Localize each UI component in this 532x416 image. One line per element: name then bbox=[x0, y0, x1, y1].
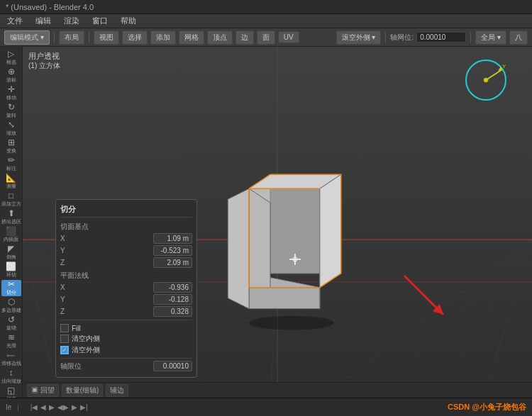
view-back-btn[interactable]: ▣ 回望 bbox=[27, 384, 59, 397]
tool-smooth-label: 光滑 bbox=[6, 342, 16, 349]
edge-btn[interactable]: 边 bbox=[235, 30, 254, 45]
view-btn[interactable]: 布局 bbox=[59, 30, 84, 45]
point-x-row: X 1.09 m bbox=[60, 233, 192, 244]
menu-bar: 文件 编辑 渲染 窗口 帮助 bbox=[0, 14, 532, 28]
tool-move-label: 移动 bbox=[6, 94, 16, 101]
normal-y-value[interactable]: -0.128 bbox=[153, 294, 192, 305]
inset-icon: ⬛ bbox=[6, 227, 16, 235]
tool-move[interactable]: ✛ 移动 bbox=[1, 85, 21, 101]
snap-input[interactable] bbox=[416, 32, 466, 43]
fill-label: Fill bbox=[72, 325, 81, 332]
mesh-btn[interactable]: 网格 bbox=[179, 30, 204, 45]
mode-select[interactable]: 编辑模式 ▾ bbox=[4, 30, 50, 45]
smooth-icon: ≋ bbox=[8, 333, 15, 342]
point-x-label: X bbox=[60, 235, 103, 242]
status-left: Ie | |◀ ◀ ▶ ◀▶ ▶ ▶| bbox=[6, 403, 88, 411]
tool-slideedge[interactable]: ⟝ 滑移边线 bbox=[1, 351, 21, 367]
svg-marker-29 bbox=[249, 288, 320, 309]
menu-file[interactable]: 文件 bbox=[3, 14, 27, 28]
normal-y-row: Y -0.128 bbox=[60, 294, 192, 305]
tool-shear[interactable]: ◱ 切变 bbox=[1, 386, 21, 398]
frame-play[interactable]: ▶ bbox=[49, 403, 55, 411]
view-mesh[interactable]: 视图 bbox=[94, 30, 119, 45]
tool-cursor[interactable]: ⊕ 游标 bbox=[1, 67, 21, 84]
clear-inner-checkbox[interactable] bbox=[60, 335, 69, 343]
tool-poly[interactable]: ⬡ 多边形建 bbox=[1, 298, 21, 314]
normal-z-label: Z bbox=[60, 308, 103, 315]
sep2 bbox=[89, 32, 89, 43]
spin-icon: ↺ bbox=[8, 315, 15, 324]
normal-y-label: Y bbox=[60, 296, 103, 303]
tool-poly-label: 多边形建 bbox=[1, 307, 21, 314]
tool-addcube-label: 添加立方 bbox=[1, 201, 21, 208]
point-x-value[interactable]: 1.09 m bbox=[153, 233, 192, 244]
tool-rotate[interactable]: ↻ 旋转 bbox=[1, 103, 21, 119]
point-y-label: Y bbox=[60, 247, 103, 254]
fill-section: Fill 清空内侧 ✓ 清空外侧 bbox=[60, 320, 192, 355]
clear-outer-row: ✓ 清空外侧 bbox=[60, 345, 192, 355]
tool-inset[interactable]: ⬛ 内插面 bbox=[1, 227, 21, 243]
tool-cursor-label: 游标 bbox=[6, 77, 16, 84]
tool-shrink-label: 法向缩放 bbox=[1, 378, 21, 385]
measure-icon: 📐 bbox=[6, 174, 16, 182]
viewport-3d[interactable]: Y 用户透视 (1) 立方体 切分 切面基点 X 1.09 m Y -0.523… bbox=[23, 47, 532, 398]
svg-point-20 bbox=[249, 316, 334, 330]
threshold-label: 轴限位 bbox=[60, 361, 103, 371]
tool-shrink[interactable]: ↕ 法向缩放 bbox=[1, 369, 21, 385]
tool-inset-label: 内插面 bbox=[4, 236, 18, 243]
tool-scale[interactable]: ⤡ 缩放 bbox=[1, 120, 21, 137]
view-eight[interactable]: 八 bbox=[509, 30, 528, 45]
clear-outer-checkbox[interactable]: ✓ bbox=[60, 346, 69, 354]
frame-play-rev[interactable]: ◀▶ bbox=[57, 403, 69, 411]
threshold-value[interactable]: 0.00010 bbox=[153, 361, 192, 371]
frame-next[interactable]: ▶ bbox=[72, 403, 77, 411]
menu-window[interactable]: 窗口 bbox=[88, 14, 112, 28]
uv-btn[interactable]: UV bbox=[278, 31, 299, 43]
add-btn[interactable]: 添加 bbox=[150, 30, 176, 45]
tool-select[interactable]: ▷ 框选 bbox=[1, 50, 21, 66]
data-axis-btn[interactable]: 数量(细轴) bbox=[62, 384, 104, 397]
cursor-icon: ⊕ bbox=[8, 67, 15, 76]
bevel-icon: ◤ bbox=[8, 244, 14, 253]
point-z-value[interactable]: 2.09 m bbox=[153, 257, 192, 268]
toolbar: 编辑模式 ▾ 布局 视图 选择 添加 网格 顶点 边 面 UV 滚空外侧 ▾ 轴… bbox=[0, 28, 532, 47]
tool-bisect-label: 切分 bbox=[6, 289, 16, 296]
tool-bevel[interactable]: ◤ 倒角 bbox=[1, 244, 21, 261]
normal-z-value[interactable]: 0.328 bbox=[153, 306, 192, 317]
normal-x-value[interactable]: -0.936 bbox=[153, 282, 192, 293]
tool-bisect[interactable]: ✂ 切分 bbox=[1, 280, 21, 296]
tool-extrude[interactable]: ⬆ 挤出选区 bbox=[1, 209, 21, 225]
menu-help[interactable]: 帮助 bbox=[116, 14, 140, 28]
point-y-value[interactable]: -0.523 m bbox=[153, 245, 192, 256]
frame-start[interactable]: |◀ bbox=[31, 403, 38, 411]
vert-btn[interactable]: 顶点 bbox=[207, 30, 233, 45]
frame-prev[interactable]: ◀ bbox=[40, 403, 46, 411]
menu-render[interactable]: 渲染 bbox=[60, 14, 84, 28]
tool-loop[interactable]: ⬜ 环切 bbox=[1, 262, 21, 279]
tool-transform[interactable]: ⊞ 变换 bbox=[1, 138, 21, 154]
tool-addcube[interactable]: □ 添加立方 bbox=[1, 191, 21, 208]
fill-checkbox[interactable] bbox=[60, 324, 69, 332]
frame-end[interactable]: ▶| bbox=[80, 403, 88, 411]
cut-point-section: 切面基点 bbox=[60, 222, 192, 232]
svg-line-37 bbox=[486, 69, 502, 80]
tool-smooth[interactable]: ≋ 光滑 bbox=[1, 333, 21, 349]
tool-annotate[interactable]: ✏ 标注 bbox=[1, 156, 21, 172]
edge-btn-vp[interactable]: 辅边 bbox=[106, 384, 128, 397]
face-btn[interactable]: 面 bbox=[257, 30, 275, 45]
rotation-gizmo[interactable]: Y bbox=[461, 55, 511, 105]
status-info: | bbox=[17, 404, 18, 411]
menu-edit[interactable]: 编辑 bbox=[31, 14, 55, 28]
viewport-bottom-bar: ▣ 回望 数量(细轴) 辅边 bbox=[23, 382, 532, 398]
bisect-icon: ✂ bbox=[8, 280, 15, 288]
view-global[interactable]: 全局 ▾ bbox=[475, 30, 506, 45]
tool-measure[interactable]: 📐 测量 bbox=[1, 174, 21, 190]
gizmo-svg: Y bbox=[461, 55, 511, 105]
select-btn[interactable]: 选择 bbox=[122, 30, 148, 45]
transform-icon: ⊞ bbox=[8, 138, 15, 147]
tool-spin[interactable]: ↺ 旋绕 bbox=[1, 315, 21, 332]
normal-section: 平面法线 bbox=[60, 271, 192, 281]
tool-scale-label: 缩放 bbox=[6, 130, 16, 137]
main-area: ▷ 框选 ⊕ 游标 ✛ 移动 ↻ 旋转 ⤡ 缩放 ⊞ 变换 ✏ 标注 📐 测量 bbox=[0, 47, 532, 398]
overlay-btn[interactable]: 滚空外侧 ▾ bbox=[336, 30, 382, 45]
